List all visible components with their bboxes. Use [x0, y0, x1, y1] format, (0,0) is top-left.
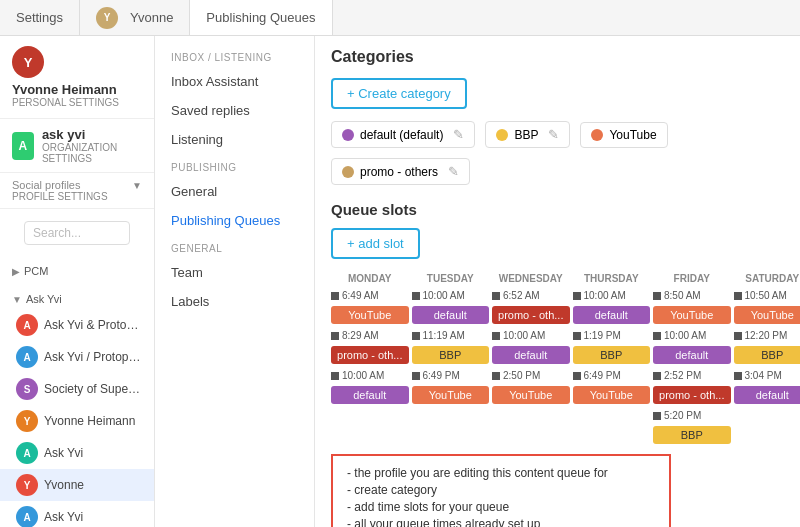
profiles-label: Social profiles	[12, 179, 80, 191]
time-r1-fri: 8:50 AM	[653, 290, 731, 301]
tag-r3-wed[interactable]: YouTube	[492, 386, 570, 404]
tab-settings[interactable]: Settings	[0, 0, 80, 35]
category-dot-bbp	[496, 129, 508, 141]
edit-icon-default[interactable]: ✎	[453, 127, 464, 142]
category-dot-youtube	[591, 129, 603, 141]
time-sq	[734, 372, 742, 380]
sidebar-item-askyvi-0[interactable]: A Ask Yvi & ProtoPreneur...	[0, 309, 154, 341]
sidebar-item-askyvi-6[interactable]: A Ask Yvi	[0, 501, 154, 527]
tag-r3-thu[interactable]: YouTube	[573, 386, 651, 404]
cell-r2-fri: 10:00 AM default	[653, 330, 731, 364]
time-r2-mon: 8:29 AM	[331, 330, 409, 341]
mid-nav-general[interactable]: General	[155, 177, 314, 206]
category-label-youtube: YouTube	[609, 128, 656, 142]
profiles-header: Social profiles ▼	[12, 179, 142, 191]
cell-r2-mon: 8:29 AM promo - oth...	[331, 330, 409, 364]
cell-r3-tue: 6:49 PM YouTube	[412, 370, 490, 404]
category-label-default: default (default)	[360, 128, 443, 142]
day-sat: Saturday	[734, 271, 801, 286]
time-r3-mon: 10:00 AM	[331, 370, 409, 381]
tag-r2-mon[interactable]: promo - oth...	[331, 346, 409, 364]
cell-r3-mon: 10:00 AM default	[331, 370, 409, 404]
queue-slots-title: Queue slots	[331, 201, 784, 218]
tab-publishing-queues[interactable]: Publishing Queues	[190, 0, 332, 35]
day-wed: Wednesday	[492, 271, 570, 286]
cell-r4-mon	[331, 410, 409, 442]
time-sq	[492, 332, 500, 340]
time-r1-mon: 6:49 AM	[331, 290, 409, 301]
tag-r2-sat[interactable]: BBP	[734, 346, 801, 364]
time-sq	[653, 372, 661, 380]
tag-r1-fri[interactable]: YouTube	[653, 306, 731, 324]
cell-r2-tue: 11:19 AM BBP	[412, 330, 490, 364]
tab-yvonne[interactable]: Y Yvonne	[80, 0, 190, 35]
tag-r2-tue[interactable]: BBP	[412, 346, 490, 364]
tag-r3-fri[interactable]: promo - oth...	[653, 386, 731, 404]
cell-r3-sat: 3:04 PM default	[734, 370, 801, 404]
day-fri: Friday	[653, 271, 731, 286]
time-sq	[734, 332, 742, 340]
category-label-bbp: BBP	[514, 128, 538, 142]
sidebar-item-askyvi-4[interactable]: A Ask Yvi	[0, 437, 154, 469]
tag-r3-mon[interactable]: default	[331, 386, 409, 404]
time-sq	[331, 292, 339, 300]
sidebar-org-section[interactable]: A ask yvi Organization Settings	[0, 119, 154, 173]
tag-r1-tue[interactable]: default	[412, 306, 490, 324]
mid-nav-publishing-queues[interactable]: Publishing Queues	[155, 206, 314, 235]
mid-nav-inbox-assistant[interactable]: Inbox Assistant	[155, 67, 314, 96]
tag-r3-sat[interactable]: default	[734, 386, 801, 404]
sidebar-item-askyvi-2[interactable]: S Society of Superprene...	[0, 373, 154, 405]
group-title-askyvi[interactable]: ▼ Ask Yvi	[0, 289, 154, 309]
group-title-pcm[interactable]: ▶ PCM	[0, 261, 154, 281]
categories-row: default (default) ✎ BBP ✎ YouTube	[331, 121, 784, 148]
edit-icon-promo[interactable]: ✎	[448, 164, 459, 179]
tag-r1-wed[interactable]: promo - oth...	[492, 306, 570, 324]
tag-r1-mon[interactable]: YouTube	[331, 306, 409, 324]
tag-r2-wed[interactable]: default	[492, 346, 570, 364]
cell-r1-tue: 10:00 AM default	[412, 290, 490, 324]
create-category-button[interactable]: + Create category	[331, 78, 467, 109]
mid-nav-team[interactable]: Team	[155, 258, 314, 287]
time-sq	[412, 292, 420, 300]
time-r3-tue: 6:49 PM	[412, 370, 490, 381]
time-r2-wed: 10:00 AM	[492, 330, 570, 341]
tag-r1-sat[interactable]: YouTube	[734, 306, 801, 324]
sidebar-item-askyvi-5[interactable]: Y Yvonne	[0, 469, 154, 501]
profiles-chevron: ▼	[132, 180, 142, 191]
category-dot-default	[342, 129, 354, 141]
cell-r1-wed: 6:52 AM promo - oth...	[492, 290, 570, 324]
sidebar-item-askyvi-1[interactable]: A Ask Yvi / Protopreneur ...	[0, 341, 154, 373]
annotation-box: - the profile you are editing this conte…	[331, 454, 671, 527]
cell-r4-wed	[492, 410, 570, 442]
annotation-line-3: - add time slots for your queue	[347, 500, 655, 514]
tag-r2-fri[interactable]: default	[653, 346, 731, 364]
time-r2-thu: 1:19 PM	[573, 330, 651, 341]
sidebar-item-askyvi-3[interactable]: Y Yvonne Heimann	[0, 405, 154, 437]
item-avatar-5: Y	[16, 474, 38, 496]
time-sq	[492, 372, 500, 380]
cell-r3-fri: 2:52 PM promo - oth...	[653, 370, 731, 404]
tag-r4-fri[interactable]: BBP	[653, 426, 731, 444]
cell-r2-thu: 1:19 PM BBP	[573, 330, 651, 364]
mid-nav-labels[interactable]: Labels	[155, 287, 314, 316]
mid-nav-listening[interactable]: Listening	[155, 125, 314, 154]
tag-r2-thu[interactable]: BBP	[573, 346, 651, 364]
user-name: Yvonne Heimann	[12, 82, 142, 97]
day-thu: Thursday	[573, 271, 651, 286]
item-avatar-1: A	[16, 346, 38, 368]
sidebar-profiles-section[interactable]: Social profiles ▼ Profile Settings	[0, 173, 154, 209]
time-sq	[412, 372, 420, 380]
time-sq	[653, 292, 661, 300]
search-input[interactable]: Search...	[24, 221, 130, 245]
edit-icon-bbp[interactable]: ✎	[548, 127, 559, 142]
cell-r2-sat: 12:20 PM BBP	[734, 330, 801, 364]
cell-r4-fri: 5:20 PM BBP	[653, 410, 731, 444]
tag-r3-tue[interactable]: YouTube	[412, 386, 490, 404]
mid-nav-section-publishing: Publishing	[155, 154, 314, 177]
time-r3-thu: 6:49 PM	[573, 370, 651, 381]
tag-r1-thu[interactable]: default	[573, 306, 651, 324]
mid-nav-saved-replies[interactable]: Saved replies	[155, 96, 314, 125]
category-promo: promo - others ✎	[331, 158, 470, 185]
sidebar-group-askyvi: ▼ Ask Yvi A Ask Yvi & ProtoPreneur... A …	[0, 285, 154, 527]
add-slot-button[interactable]: + add slot	[331, 228, 420, 259]
